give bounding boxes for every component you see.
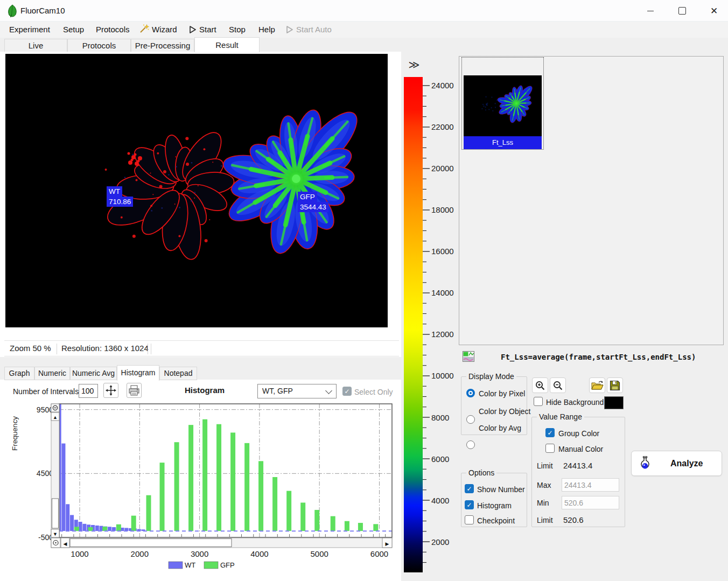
menu-experiment[interactable]: Experiment <box>9 22 50 38</box>
menu-start[interactable]: Start <box>188 22 216 38</box>
checkpoint-checkbox[interactable] <box>465 515 474 524</box>
colorbar-tick-label: 22000 <box>431 122 454 131</box>
colorbar-tick-label: 20000 <box>431 164 454 173</box>
colorbar-tick-label: 6000 <box>431 454 449 464</box>
folder-open-icon <box>591 380 604 390</box>
x-tick-label: 2000 <box>131 549 149 558</box>
fluorescence-image[interactable]: WT 710.86 GFP 3544.43 <box>5 54 388 327</box>
limit-bottom-value: 520.6 <box>563 515 584 524</box>
histogram-checkbox[interactable] <box>465 500 474 509</box>
hscroll-thumb[interactable] <box>70 539 232 547</box>
histogram-bar-gfp <box>102 527 107 531</box>
colorbar-tick-label: 4000 <box>431 496 449 505</box>
zoom-level: Zoom 50 % <box>10 344 51 353</box>
menu-start-auto[interactable]: Start Auto <box>285 22 332 38</box>
histogram-bar-gfp <box>286 491 291 531</box>
vscroll-thumb[interactable] <box>52 499 59 528</box>
histogram-bar-gfp <box>358 523 363 531</box>
object-label-gfp: GFP 3544.43 <box>298 192 328 212</box>
flask-icon <box>639 456 651 471</box>
histogram-bar-gfp <box>188 425 193 531</box>
zoom-out-button[interactable] <box>550 377 566 393</box>
menu-protocols[interactable]: Protocols <box>96 22 130 38</box>
tab-pre-processing[interactable]: Pre-Processing <box>131 39 194 52</box>
max-input[interactable] <box>562 478 619 492</box>
radio-color-by-avg[interactable] <box>466 440 475 449</box>
divider <box>57 344 57 354</box>
title-bar: FluorCam10 ✕ <box>0 0 728 22</box>
menu-help[interactable]: Help <box>258 22 275 38</box>
tab-result[interactable]: Result <box>194 37 260 52</box>
max-label: Max <box>537 481 551 489</box>
manual-color-label: Manual Color <box>558 445 603 453</box>
object-name: WT <box>107 186 122 197</box>
colorbar-tick-label: 8000 <box>431 413 449 422</box>
histogram-bar-gfp <box>174 442 179 531</box>
save-button[interactable] <box>607 377 623 393</box>
thumb-gfp-plant <box>497 84 535 124</box>
menu-wizard[interactable]: Wizard <box>139 22 177 38</box>
formula-image-icon <box>463 351 474 362</box>
x-tick-label: 6000 <box>370 549 388 558</box>
hide-background-checkbox[interactable] <box>534 397 543 406</box>
tab-protocols[interactable]: Protocols <box>67 39 131 52</box>
checkpoint-label: Checkpoint <box>477 516 515 525</box>
zoom-in-icon <box>535 380 545 391</box>
histogram-bar-gfp <box>146 495 151 531</box>
menu-stop[interactable]: Stop <box>229 22 246 38</box>
histogram-bar-wt <box>82 524 86 531</box>
divider <box>148 344 148 354</box>
histogram-bar-gfp <box>88 527 93 531</box>
limit-top-value: 24413.4 <box>563 461 592 470</box>
x-tick-label: 4000 <box>250 549 268 558</box>
background-color-swatch[interactable] <box>604 396 624 409</box>
histogram-bar-gfp <box>230 432 235 531</box>
app-leaf-icon <box>7 4 18 18</box>
maximize-button[interactable] <box>670 0 695 22</box>
histogram-bar-gfp <box>74 527 79 531</box>
status-bar: Zoom 50 % Resolution: 1360 x 1024 <box>4 340 399 356</box>
group-color-checkbox[interactable] <box>545 428 555 437</box>
thumbnail-plant <box>464 75 542 136</box>
radio-color-by-pixel-label: Color by Pixel <box>479 389 525 398</box>
frame-thumbnail-image <box>464 75 542 136</box>
manual-color-checkbox[interactable] <box>545 444 555 453</box>
zoom-in-button[interactable] <box>532 377 548 393</box>
histogram-bar-gfp <box>131 516 136 531</box>
histogram-bar-wt <box>66 504 69 531</box>
plants-image <box>5 54 388 327</box>
tab-histogram[interactable]: Histogram <box>117 365 159 381</box>
histogram-bar-gfp <box>116 524 121 531</box>
histogram-bar-gfp <box>202 419 207 531</box>
close-icon: ✕ <box>710 5 718 17</box>
frame-thumbnail-caption: Ft_Lss <box>464 136 542 149</box>
tab-live[interactable]: Live <box>4 39 67 52</box>
histogram-bar-wt <box>61 444 65 531</box>
display-mode-title: Display Mode <box>466 372 516 381</box>
menu-setup[interactable]: Setup <box>63 22 84 38</box>
expand-panel-button[interactable]: ≫ <box>405 57 423 72</box>
zoom-out-icon <box>552 380 563 391</box>
limit-bottom-label: Limit <box>537 516 553 524</box>
histogram-bar-wt <box>70 515 74 531</box>
histogram-bar-wt <box>112 527 116 531</box>
colorbar-gradient <box>404 77 423 572</box>
radio-color-by-object[interactable] <box>466 415 475 424</box>
histogram-bar-gfp <box>314 510 319 531</box>
legend-swatch-wt <box>169 562 183 569</box>
svg-text:▼: ▼ <box>53 531 58 537</box>
show-number-checkbox[interactable] <box>465 484 474 493</box>
expand-icon: ≫ <box>409 58 420 71</box>
minimize-button[interactable] <box>638 0 663 22</box>
open-file-button[interactable] <box>589 377 605 393</box>
play-icon <box>188 25 197 34</box>
svg-text:▲: ▲ <box>53 415 58 420</box>
colorbar-tick-label: 24000 <box>431 81 454 90</box>
show-number-label: Show Number <box>477 485 525 494</box>
close-button[interactable]: ✕ <box>702 0 726 22</box>
min-input[interactable] <box>562 496 619 509</box>
y-axis-label: Frequency <box>11 416 19 451</box>
histogram-label: Histogram <box>477 501 512 510</box>
radio-color-by-pixel[interactable] <box>466 389 475 397</box>
analyze-button[interactable]: Analyze <box>631 451 722 476</box>
